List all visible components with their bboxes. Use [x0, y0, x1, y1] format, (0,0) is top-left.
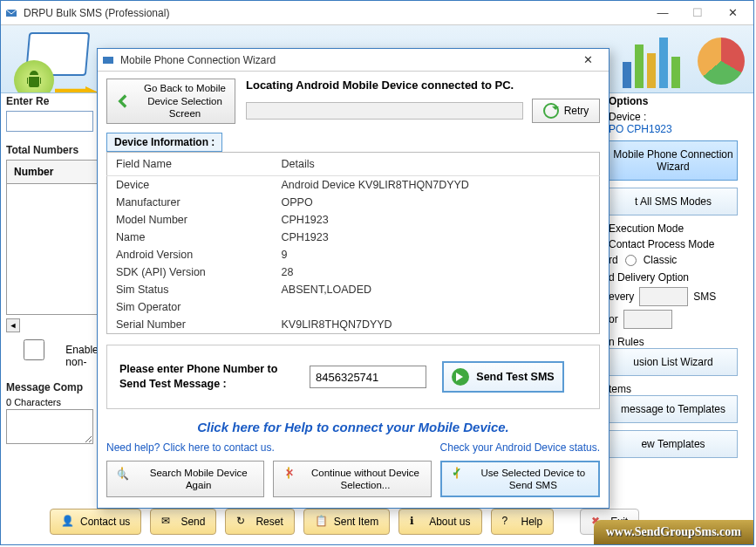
search-again-label: Search Mobile Device Again [139, 467, 258, 492]
enter-recipient-label: Enter Re [6, 95, 102, 107]
table-row: ManufacturerOPPO [107, 194, 600, 211]
close-button[interactable]: ✕ [715, 3, 750, 24]
svg-rect-1 [103, 57, 113, 64]
cell-value: 28 [273, 263, 600, 281]
device-value: PO CPH1923 [609, 123, 748, 135]
exec-mode-label: Execution Mode [609, 222, 748, 235]
phone-number-input[interactable] [310, 366, 426, 388]
view-templates-button[interactable]: ew Templates [609, 430, 738, 458]
cell-value: CPH1923 [273, 229, 600, 246]
go-back-label: Go Back to Mobile Device Selection Scree… [140, 82, 229, 120]
cell-value: Android Device KV9LIR8THQN7DYYD [273, 176, 600, 195]
watermark: www.SendGroupSms.com [594, 520, 753, 544]
dialog-close-button[interactable]: ✕ [570, 50, 605, 71]
use-selected-label: Use Selected Device to Send SMS [473, 467, 593, 492]
reset-button[interactable]: ↻Reset [225, 509, 294, 535]
table-row: Android Version9 [107, 246, 600, 263]
minimize-button[interactable]: — [645, 3, 680, 24]
table-row: Sim StatusABSENT,LOADED [107, 281, 600, 298]
scroll-left-button[interactable]: ◄ [6, 318, 20, 332]
maximize-button[interactable]: ☐ [680, 3, 715, 24]
mail-icon: ✉ [161, 515, 175, 529]
table-row: Sim Operator [107, 298, 600, 316]
cell-field: Device [107, 176, 273, 195]
cell-value: 9 [273, 246, 600, 263]
options-title: Options [609, 95, 748, 107]
send-test-label: Send Test SMS [476, 371, 554, 383]
about-us-button[interactable]: ℹAbout us [398, 509, 481, 535]
sent-item-button[interactable]: 📋Sent Item [303, 509, 390, 535]
message-textarea[interactable] [6, 409, 93, 444]
help-connect-link[interactable]: Click here for Help to connect your Mobi… [106, 420, 600, 434]
continue-without-button[interactable]: Continue without Device Selection... [273, 461, 431, 497]
cell-value: OPPO [273, 194, 600, 211]
play-icon [452, 368, 469, 386]
help-button[interactable]: ?Help [491, 509, 555, 535]
items-label: tems [609, 383, 748, 395]
contact-proc-label: Contact Process Mode [609, 238, 748, 250]
all-sms-modes-button[interactable]: t All SMS Modes [609, 188, 738, 215]
retry-button[interactable]: Retry [532, 99, 600, 123]
or-combo[interactable] [623, 310, 672, 329]
message-comp-label: Message Comp [6, 381, 102, 393]
send-button[interactable]: ✉Send [150, 509, 216, 535]
test-sms-box: Please enter Phone Number to Send Test M… [106, 345, 600, 409]
cell-field: Manufacturer [107, 194, 273, 211]
cell-value: KV9LIR8THQN7DYYD [273, 316, 600, 334]
cell-field: Sim Operator [107, 298, 273, 316]
go-back-button[interactable]: Go Back to Mobile Device Selection Scree… [106, 79, 235, 124]
continue-without-label: Continue without Device Selection... [305, 467, 425, 492]
connection-wizard-dialog: Mobile Phone Connection Wizard ✕ Go Back… [97, 48, 610, 509]
need-help-link[interactable]: Need help? Click here to contact us. [106, 441, 275, 454]
every-label: every [609, 291, 634, 303]
info-icon: ℹ [410, 515, 424, 529]
recipient-input[interactable] [6, 111, 93, 132]
cell-value [273, 298, 600, 316]
phone-x-icon [279, 467, 298, 491]
list-icon: 📋 [315, 515, 329, 529]
cell-field: SDK (API) Version [107, 263, 273, 281]
table-row: Serial NumberKV9LIR8THQN7DYYD [107, 316, 600, 334]
dialog-title: Mobile Phone Connection Wizard [120, 54, 570, 66]
every-combo[interactable] [639, 287, 688, 306]
total-numbers-label: Total Numbers [6, 144, 102, 156]
device-info-title: Device Information : [106, 133, 222, 152]
test-label: Please enter Phone Number to Send Test M… [119, 362, 294, 392]
phone-search-icon [112, 467, 132, 491]
locating-label: Locating Android Mobile Device connected… [246, 79, 600, 92]
phone-check-icon [447, 467, 467, 491]
reset-icon: ↻ [236, 515, 250, 529]
main-titlebar: DRPU Bulk SMS (Professional) — ☐ ✕ [1, 1, 753, 25]
android-icon [14, 60, 54, 93]
device-label: Device : [609, 111, 748, 123]
cell-field: Model Number [107, 211, 273, 229]
contact-us-button[interactable]: 👤Contact us [50, 509, 141, 535]
table-row: NameCPH1923 [107, 229, 600, 246]
number-grid[interactable] [6, 184, 102, 315]
table-row: DeviceAndroid Device KV9LIR8THQN7DYYD [107, 176, 600, 195]
enable-non-checkbox[interactable] [6, 339, 62, 360]
pie-chart-icon [698, 38, 745, 85]
retry-label: Retry [564, 105, 589, 117]
or-label: or [609, 313, 618, 325]
use-selected-button[interactable]: Use Selected Device to Send SMS [440, 461, 600, 497]
classic-radio[interactable] [625, 255, 637, 266]
connection-wizard-button[interactable]: Mobile Phone Connection Wizard [609, 140, 738, 181]
refresh-icon [543, 103, 559, 119]
check-status-link[interactable]: Check your Android Device status. [440, 441, 600, 454]
cell-field: Serial Number [107, 316, 273, 334]
device-info-table: Field Name Details DeviceAndroid Device … [106, 152, 600, 334]
bar-chart-icon [623, 31, 692, 88]
send-test-sms-button[interactable]: Send Test SMS [442, 361, 564, 393]
person-icon: 👤 [61, 515, 75, 529]
char-count-label: 0 Characters [6, 397, 102, 407]
arrow-icon [55, 86, 99, 93]
msg-templates-button[interactable]: message to Templates [609, 395, 738, 423]
grid-header-number: Number [6, 160, 102, 184]
dialog-icon [101, 53, 115, 67]
radio-rd-label: rd [609, 254, 618, 266]
sms-label: SMS [693, 291, 716, 303]
search-again-button[interactable]: Search Mobile Device Again [106, 461, 264, 497]
cell-field: Name [107, 229, 273, 246]
exclusion-wizard-button[interactable]: usion List Wizard [609, 348, 738, 376]
